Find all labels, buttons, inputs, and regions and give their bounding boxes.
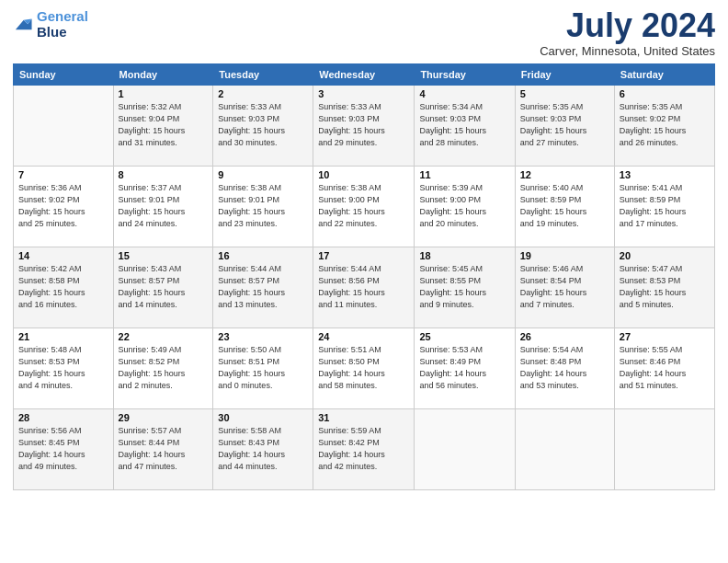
col-monday: Monday: [113, 64, 213, 86]
day-info: Sunrise: 5:37 AM Sunset: 9:01 PM Dayligh…: [119, 182, 209, 230]
header-row: Sunday Monday Tuesday Wednesday Thursday…: [14, 64, 715, 86]
day-number: 25: [419, 331, 509, 342]
table-row: [415, 409, 515, 490]
table-row: 31Sunrise: 5:59 AM Sunset: 8:42 PM Dayli…: [313, 409, 415, 490]
day-number: 30: [218, 412, 308, 423]
day-number: 12: [520, 169, 609, 180]
day-info: Sunrise: 5:55 AM Sunset: 8:46 PM Dayligh…: [620, 344, 710, 392]
table-row: 28Sunrise: 5:56 AM Sunset: 8:45 PM Dayli…: [14, 409, 114, 490]
day-number: 4: [419, 88, 509, 99]
day-number: 6: [620, 88, 710, 99]
day-number: 8: [119, 169, 209, 180]
day-info: Sunrise: 5:34 AM Sunset: 9:03 PM Dayligh…: [419, 101, 509, 149]
table-row: 16Sunrise: 5:44 AM Sunset: 8:57 PM Dayli…: [213, 247, 313, 328]
day-number: 2: [218, 88, 308, 99]
day-number: 7: [18, 169, 108, 180]
day-info: Sunrise: 5:49 AM Sunset: 8:52 PM Dayligh…: [119, 344, 209, 392]
day-number: 20: [620, 250, 710, 261]
day-info: Sunrise: 5:48 AM Sunset: 8:53 PM Dayligh…: [18, 344, 108, 392]
day-info: Sunrise: 5:56 AM Sunset: 8:45 PM Dayligh…: [18, 425, 108, 473]
logo-icon: [13, 15, 33, 35]
table-row: 3Sunrise: 5:33 AM Sunset: 9:03 PM Daylig…: [313, 86, 415, 167]
day-info: Sunrise: 5:40 AM Sunset: 8:59 PM Dayligh…: [520, 182, 609, 230]
day-info: Sunrise: 5:38 AM Sunset: 9:01 PM Dayligh…: [218, 182, 308, 230]
day-number: 10: [318, 169, 409, 180]
table-row: [14, 86, 114, 167]
day-number: 19: [520, 250, 609, 261]
table-row: 22Sunrise: 5:49 AM Sunset: 8:52 PM Dayli…: [113, 328, 213, 409]
table-row: 1Sunrise: 5:32 AM Sunset: 9:04 PM Daylig…: [113, 86, 213, 167]
logo-text: GeneralBlue: [37, 9, 88, 40]
day-info: Sunrise: 5:39 AM Sunset: 9:00 PM Dayligh…: [419, 182, 509, 230]
table-row: 15Sunrise: 5:43 AM Sunset: 8:57 PM Dayli…: [113, 247, 213, 328]
day-number: 18: [419, 250, 509, 261]
title-section: July 2024 Carver, Minnesota, United Stat…: [540, 9, 715, 58]
table-row: 13Sunrise: 5:41 AM Sunset: 8:59 PM Dayli…: [614, 167, 714, 247]
day-number: 1: [119, 88, 209, 99]
table-row: 21Sunrise: 5:48 AM Sunset: 8:53 PM Dayli…: [14, 328, 114, 409]
month-title: July 2024: [540, 9, 715, 42]
table-row: 23Sunrise: 5:50 AM Sunset: 8:51 PM Dayli…: [213, 328, 313, 409]
table-row: 7Sunrise: 5:36 AM Sunset: 9:02 PM Daylig…: [14, 167, 114, 247]
calendar: Sunday Monday Tuesday Wednesday Thursday…: [13, 63, 715, 490]
day-info: Sunrise: 5:41 AM Sunset: 8:59 PM Dayligh…: [620, 182, 710, 230]
day-number: 15: [119, 250, 209, 261]
table-row: 6Sunrise: 5:35 AM Sunset: 9:02 PM Daylig…: [614, 86, 714, 167]
table-row: 8Sunrise: 5:37 AM Sunset: 9:01 PM Daylig…: [113, 167, 213, 247]
day-info: Sunrise: 5:50 AM Sunset: 8:51 PM Dayligh…: [218, 344, 308, 392]
day-info: Sunrise: 5:53 AM Sunset: 8:49 PM Dayligh…: [419, 344, 509, 392]
header: GeneralBlue July 2024 Carver, Minnesota,…: [13, 9, 715, 58]
logo: GeneralBlue: [13, 9, 88, 40]
day-info: Sunrise: 5:35 AM Sunset: 9:03 PM Dayligh…: [520, 101, 609, 149]
day-info: Sunrise: 5:45 AM Sunset: 8:55 PM Dayligh…: [419, 263, 509, 311]
table-row: 30Sunrise: 5:58 AM Sunset: 8:43 PM Dayli…: [213, 409, 313, 490]
col-tuesday: Tuesday: [213, 64, 313, 86]
table-row: 5Sunrise: 5:35 AM Sunset: 9:03 PM Daylig…: [515, 86, 614, 167]
table-row: 14Sunrise: 5:42 AM Sunset: 8:58 PM Dayli…: [14, 247, 114, 328]
day-info: Sunrise: 5:44 AM Sunset: 8:57 PM Dayligh…: [218, 263, 308, 311]
day-number: 16: [218, 250, 308, 261]
table-row: 9Sunrise: 5:38 AM Sunset: 9:01 PM Daylig…: [213, 167, 313, 247]
table-row: 11Sunrise: 5:39 AM Sunset: 9:00 PM Dayli…: [415, 167, 515, 247]
day-info: Sunrise: 5:51 AM Sunset: 8:50 PM Dayligh…: [318, 344, 409, 392]
table-row: 20Sunrise: 5:47 AM Sunset: 8:53 PM Dayli…: [614, 247, 714, 328]
table-row: 25Sunrise: 5:53 AM Sunset: 8:49 PM Dayli…: [415, 328, 515, 409]
table-row: 26Sunrise: 5:54 AM Sunset: 8:48 PM Dayli…: [515, 328, 614, 409]
day-info: Sunrise: 5:38 AM Sunset: 9:00 PM Dayligh…: [318, 182, 409, 230]
col-friday: Friday: [515, 64, 614, 86]
table-row: 27Sunrise: 5:55 AM Sunset: 8:46 PM Dayli…: [614, 328, 714, 409]
table-row: 17Sunrise: 5:44 AM Sunset: 8:56 PM Dayli…: [313, 247, 415, 328]
day-info: Sunrise: 5:44 AM Sunset: 8:56 PM Dayligh…: [318, 263, 409, 311]
table-row: 24Sunrise: 5:51 AM Sunset: 8:50 PM Dayli…: [313, 328, 415, 409]
col-thursday: Thursday: [415, 64, 515, 86]
day-number: 14: [18, 250, 108, 261]
day-number: 22: [119, 331, 209, 342]
day-number: 5: [520, 88, 609, 99]
day-number: 24: [318, 331, 409, 342]
day-info: Sunrise: 5:54 AM Sunset: 8:48 PM Dayligh…: [520, 344, 609, 392]
table-row: 19Sunrise: 5:46 AM Sunset: 8:54 PM Dayli…: [515, 247, 614, 328]
day-number: 29: [119, 412, 209, 423]
day-info: Sunrise: 5:46 AM Sunset: 8:54 PM Dayligh…: [520, 263, 609, 311]
table-row: 29Sunrise: 5:57 AM Sunset: 8:44 PM Dayli…: [113, 409, 213, 490]
table-row: 18Sunrise: 5:45 AM Sunset: 8:55 PM Dayli…: [415, 247, 515, 328]
day-info: Sunrise: 5:43 AM Sunset: 8:57 PM Dayligh…: [119, 263, 209, 311]
day-number: 3: [318, 88, 409, 99]
day-info: Sunrise: 5:32 AM Sunset: 9:04 PM Dayligh…: [119, 101, 209, 149]
table-row: 2Sunrise: 5:33 AM Sunset: 9:03 PM Daylig…: [213, 86, 313, 167]
day-number: 23: [218, 331, 308, 342]
day-info: Sunrise: 5:58 AM Sunset: 8:43 PM Dayligh…: [218, 425, 308, 473]
col-wednesday: Wednesday: [313, 64, 415, 86]
table-row: [614, 409, 714, 490]
day-info: Sunrise: 5:33 AM Sunset: 9:03 PM Dayligh…: [218, 101, 308, 149]
day-number: 17: [318, 250, 409, 261]
day-info: Sunrise: 5:59 AM Sunset: 8:42 PM Dayligh…: [318, 425, 409, 473]
table-row: 4Sunrise: 5:34 AM Sunset: 9:03 PM Daylig…: [415, 86, 515, 167]
page: GeneralBlue July 2024 Carver, Minnesota,…: [0, 0, 728, 563]
day-info: Sunrise: 5:57 AM Sunset: 8:44 PM Dayligh…: [119, 425, 209, 473]
day-info: Sunrise: 5:33 AM Sunset: 9:03 PM Dayligh…: [318, 101, 409, 149]
table-row: 12Sunrise: 5:40 AM Sunset: 8:59 PM Dayli…: [515, 167, 614, 247]
col-sunday: Sunday: [14, 64, 114, 86]
day-info: Sunrise: 5:36 AM Sunset: 9:02 PM Dayligh…: [18, 182, 108, 230]
day-info: Sunrise: 5:42 AM Sunset: 8:58 PM Dayligh…: [18, 263, 108, 311]
